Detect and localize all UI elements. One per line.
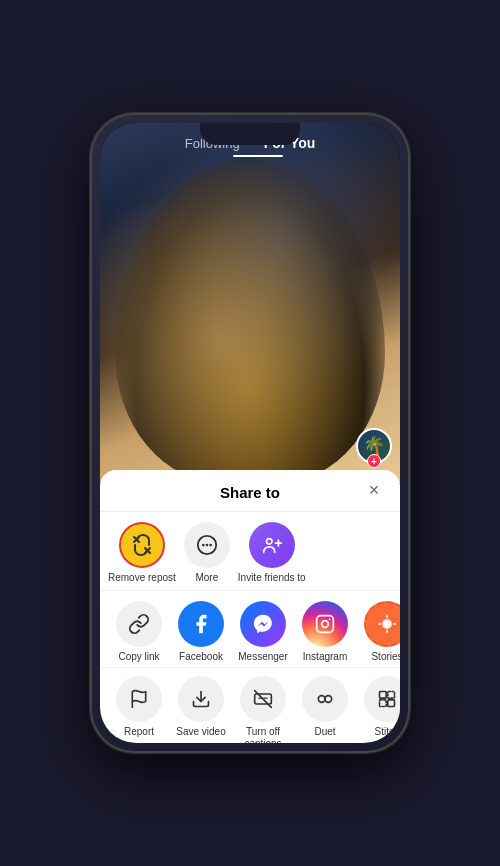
stories-item[interactable]: Stories — [356, 601, 400, 663]
report-label: Report — [124, 726, 154, 738]
divider-1 — [100, 590, 400, 591]
duet-icon — [302, 676, 348, 722]
svg-point-3 — [209, 544, 212, 547]
stitch-label: Stitch — [374, 726, 399, 738]
stitch-icon — [364, 676, 400, 722]
svg-rect-26 — [380, 692, 387, 699]
turn-off-captions-icon — [240, 676, 286, 722]
messenger-item[interactable]: Messenger — [232, 601, 294, 663]
svg-point-1 — [202, 544, 205, 547]
turn-off-captions-label: Turn off captions — [232, 726, 294, 743]
phone-screen: Following For You 🌴 + Share to × — [100, 123, 400, 743]
phone-frame: Following For You 🌴 + Share to × — [90, 113, 410, 753]
svg-point-2 — [205, 544, 208, 547]
sheet-header: Share to × — [100, 470, 400, 512]
messenger-label: Messenger — [238, 651, 287, 663]
share-row-1: Remove repost More — [100, 512, 400, 590]
more-item[interactable]: More — [176, 522, 238, 584]
divider-2 — [100, 667, 400, 668]
video-face — [115, 159, 385, 483]
svg-point-4 — [266, 539, 272, 545]
save-video-item[interactable]: Save video — [170, 676, 232, 743]
stitch-item[interactable]: Stitch — [356, 676, 400, 743]
avatar-container[interactable]: 🌴 + — [356, 428, 392, 464]
invite-friends-item[interactable]: Invite friends to — [238, 522, 306, 584]
svg-rect-27 — [388, 700, 395, 707]
invite-friends-label: Invite friends to — [238, 572, 306, 584]
nav-underline — [233, 155, 283, 157]
more-icon — [184, 522, 230, 568]
close-button[interactable]: × — [362, 479, 386, 503]
save-video-label: Save video — [176, 726, 225, 738]
share-row-2: Copy link Facebook — [100, 593, 400, 667]
facebook-icon — [178, 601, 224, 647]
svg-rect-28 — [380, 700, 387, 707]
sheet-title: Share to — [220, 484, 280, 501]
right-side-icons: 🌴 + — [356, 428, 392, 464]
report-icon — [116, 676, 162, 722]
share-bottom-sheet: Share to × Remove repost — [100, 470, 400, 743]
share-row-3: Report Save video — [100, 670, 400, 743]
svg-point-25 — [325, 696, 332, 703]
report-item[interactable]: Report — [108, 676, 170, 743]
svg-point-24 — [318, 696, 325, 703]
duet-label: Duet — [314, 726, 335, 738]
notch — [200, 123, 300, 145]
svg-point-11 — [384, 621, 391, 628]
messenger-icon — [240, 601, 286, 647]
stories-icon — [364, 601, 400, 647]
facebook-item[interactable]: Facebook — [170, 601, 232, 663]
invite-friends-icon — [249, 522, 295, 568]
copy-link-item[interactable]: Copy link — [108, 601, 170, 663]
facebook-label: Facebook — [179, 651, 223, 663]
stories-label: Stories — [371, 651, 400, 663]
turn-off-captions-item[interactable]: Turn off captions — [232, 676, 294, 743]
remove-repost-item[interactable]: Remove repost — [108, 522, 176, 584]
remove-repost-icon — [119, 522, 165, 568]
duet-item[interactable]: Duet — [294, 676, 356, 743]
copy-link-label: Copy link — [118, 651, 159, 663]
more-label: More — [195, 572, 218, 584]
svg-point-9 — [329, 619, 331, 621]
save-video-icon — [178, 676, 224, 722]
svg-rect-29 — [388, 692, 395, 699]
remove-repost-label: Remove repost — [108, 572, 176, 584]
instagram-item[interactable]: Instagram — [294, 601, 356, 663]
follow-plus-button[interactable]: + — [367, 454, 381, 468]
video-background — [100, 123, 400, 483]
instagram-label: Instagram — [303, 651, 347, 663]
svg-point-8 — [322, 621, 329, 628]
svg-rect-7 — [317, 616, 334, 633]
copy-link-icon — [116, 601, 162, 647]
instagram-icon — [302, 601, 348, 647]
